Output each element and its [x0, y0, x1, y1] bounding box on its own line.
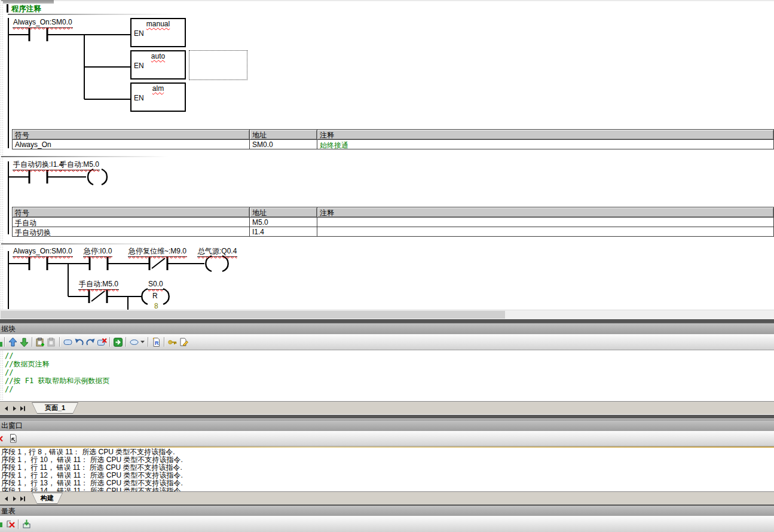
- contact-label[interactable]: 急停:I0.0: [83, 247, 112, 257]
- en-input-label: EN: [134, 30, 144, 38]
- output-window-titlebar: 出窗口: [0, 420, 774, 431]
- dropdown-caret-icon[interactable]: [140, 337, 146, 347]
- import-icon[interactable]: [21, 519, 32, 530]
- coil-label[interactable]: 总气源:Q0.4: [197, 247, 237, 257]
- table-row: 手自动切换 I1.4: [13, 227, 773, 236]
- comment-line: //数据页注释: [5, 360, 49, 368]
- splitter[interactable]: [0, 319, 774, 323]
- program-editor[interactable]: 程序注释 Always: [0, 0, 774, 310]
- rounded-box-icon[interactable]: [62, 337, 74, 347]
- clear-x-icon[interactable]: [0, 433, 4, 444]
- box-title[interactable]: auto: [131, 53, 185, 60]
- toolbar-separator: [4, 337, 5, 347]
- toolbar-separator: [164, 337, 165, 347]
- capsule-icon[interactable]: [129, 337, 140, 347]
- go-next-icon[interactable]: [112, 337, 124, 347]
- comment-line: //按 F1 获取帮助和示例数据页: [5, 377, 109, 385]
- coil-label[interactable]: S0.0: [148, 280, 164, 290]
- undo-icon[interactable]: [74, 337, 85, 347]
- tab-last-icon[interactable]: [19, 494, 27, 503]
- output-tabbar: 构建: [0, 491, 774, 505]
- goto-source-icon[interactable]: [7, 433, 19, 444]
- clipped-icon[interactable]: [0, 337, 2, 347]
- splitter[interactable]: [0, 414, 774, 420]
- tab-build[interactable]: 构建: [32, 493, 63, 504]
- table-header-row: 符号 地址 注释: [13, 207, 773, 218]
- network-divider: [1, 243, 169, 244]
- cell-symbol: Always_On: [13, 140, 250, 149]
- toolbar-separator: [18, 519, 19, 529]
- comment-line: //: [5, 369, 13, 377]
- key-icon[interactable]: [167, 337, 178, 347]
- tab-last-icon[interactable]: [19, 404, 27, 412]
- cell-address: SM0.0: [250, 140, 317, 149]
- contact-label[interactable]: Always_On:SM0.0: [13, 247, 73, 257]
- delete-row-x-icon[interactable]: [5, 519, 16, 530]
- output-window-title: 出窗口: [1, 421, 23, 430]
- tab-next-icon[interactable]: [10, 404, 19, 412]
- move-up-icon[interactable]: [7, 337, 19, 347]
- status-chart-toolbar: [0, 516, 774, 532]
- status-chart-title: 量表: [1, 507, 16, 515]
- toolbar-separator: [32, 337, 33, 347]
- cell-comment: [317, 218, 773, 227]
- svg-text:R: R: [155, 340, 159, 346]
- col-header-address: 地址: [250, 207, 317, 217]
- data-block-tabbar: 页面_1: [0, 401, 774, 415]
- data-block-title: 据块: [1, 325, 16, 333]
- col-header-symbol: 符号: [13, 130, 250, 139]
- table-row: 手自动 M5.0: [13, 218, 773, 227]
- edge-hatch: [0, 350, 3, 401]
- contact-label[interactable]: 手自动切换:I1.4: [13, 161, 63, 170]
- contact-label[interactable]: 急停复位维~:M9.0: [128, 247, 187, 257]
- tab-next-icon[interactable]: [10, 494, 19, 503]
- table-header-row: 符号 地址 注释: [13, 130, 773, 140]
- toolbar-separator: [59, 337, 60, 347]
- toolbar-separator: [148, 337, 149, 347]
- box-title[interactable]: manual: [131, 20, 185, 28]
- col-header-comment: 注释: [317, 130, 773, 139]
- box-title[interactable]: alm: [131, 85, 185, 93]
- cell-address: I1.4: [250, 227, 317, 236]
- scrollbar-thumb[interactable]: [1, 311, 505, 319]
- cell-comment: 始终接通: [317, 140, 773, 149]
- toolbar-separator: [109, 337, 111, 347]
- col-header-address: 地址: [250, 130, 317, 139]
- tab-page-1[interactable]: 页面_1: [32, 402, 78, 414]
- coil-label[interactable]: 手自动:M5.0: [59, 161, 100, 170]
- delete-row-icon[interactable]: [46, 337, 57, 347]
- contact-label[interactable]: Always_On:SM0.0: [13, 19, 73, 28]
- error-line[interactable]: 序段 1， 行 14， 错误 11： 所选 CPU 类型不支持该指令.: [1, 487, 183, 491]
- en-input-label: EN: [134, 62, 144, 70]
- cell-address: M5.0: [250, 218, 317, 227]
- redo-icon[interactable]: [85, 337, 96, 347]
- data-block-toolbar: R: [0, 334, 774, 350]
- move-down-icon[interactable]: [19, 337, 30, 347]
- toolbar-separator: [126, 337, 127, 347]
- data-block-editor[interactable]: // //数据页注释 // //按 F1 获取帮助和示例数据页 //: [0, 350, 774, 401]
- col-header-comment: 注释: [317, 207, 773, 217]
- en-input-label: EN: [134, 94, 144, 102]
- contact-label[interactable]: 手自动:M5.0: [78, 280, 119, 290]
- output-window-toolbar: [0, 431, 774, 447]
- tab-prev-icon[interactable]: [2, 404, 10, 412]
- tab-prev-icon[interactable]: [2, 494, 10, 503]
- selection-box[interactable]: [189, 50, 247, 80]
- clipped-icon[interactable]: [0, 519, 2, 530]
- data-block-titlebar: 据块: [0, 323, 774, 334]
- col-header-symbol: 符号: [13, 207, 250, 217]
- comment-line: //: [5, 352, 13, 360]
- coil-operator-r: R: [152, 292, 158, 300]
- output-error-list[interactable]: 序段 1，行 8，错误 11： 所选 CPU 类型不支持该指令. 序段 1， 行…: [0, 447, 774, 491]
- insert-row-icon[interactable]: [35, 337, 46, 347]
- comment-line: //: [5, 386, 13, 393]
- cell-comment: [317, 227, 773, 236]
- table-row: Always_On SM0.0 始终接通: [13, 140, 773, 149]
- horizontal-scrollbar[interactable]: [0, 310, 774, 319]
- app-window: 程序注释 Always: [0, 0, 774, 532]
- symbol-table: 符号 地址 注释 Always_On SM0.0 始终接通: [12, 129, 774, 149]
- page-r-icon[interactable]: R: [151, 337, 162, 347]
- delete-box-icon[interactable]: [96, 337, 108, 347]
- symbol-table: 符号 地址 注释 手自动 M5.0 手自动切换 I1.4: [12, 207, 774, 237]
- page-edit-icon[interactable]: [178, 337, 189, 347]
